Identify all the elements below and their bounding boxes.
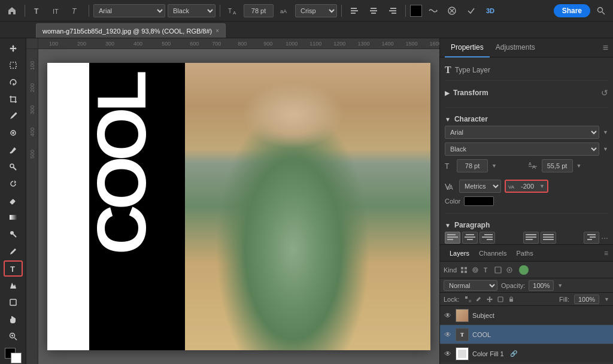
lasso-tool[interactable] xyxy=(4,74,23,90)
char-font-family-select[interactable]: Arial xyxy=(445,126,599,139)
background-color[interactable] xyxy=(11,353,22,363)
pen-tool[interactable] xyxy=(4,244,23,259)
opacity-input[interactable] xyxy=(529,280,554,291)
layer-item-color-fill[interactable]: 👁 Color Fill 1 🔗 xyxy=(440,344,613,363)
char-leading-input[interactable] xyxy=(542,159,573,172)
tab-adjustments[interactable]: Adjustments xyxy=(490,38,541,57)
filter-type-icon[interactable]: T xyxy=(482,265,491,275)
gradient-tool[interactable] xyxy=(4,210,23,225)
dodge-tool[interactable] xyxy=(4,227,23,242)
text-color-swatch[interactable] xyxy=(410,5,422,17)
panel-options-button[interactable]: ≡ xyxy=(603,43,608,53)
para-option-btn[interactable] xyxy=(584,232,599,244)
paragraph-dots[interactable]: ··· xyxy=(601,233,608,242)
font-family-select[interactable]: Arial xyxy=(93,4,165,17)
canvas-viewport[interactable]: COOL xyxy=(38,49,439,364)
layers-panel-options[interactable]: ≡ xyxy=(604,249,608,257)
lock-transparent-icon[interactable] xyxy=(464,295,472,304)
para-align-center-btn[interactable] xyxy=(462,232,478,244)
char-size-input[interactable] xyxy=(457,159,488,172)
para-align-right-btn[interactable] xyxy=(480,232,495,244)
character-arrow: ▼ xyxy=(445,116,451,123)
history-brush-tool[interactable] xyxy=(4,176,23,192)
paragraph-header[interactable]: ▼ Paragraph xyxy=(445,219,608,232)
lock-move-icon[interactable] xyxy=(485,295,494,304)
fg-bg-colors[interactable] xyxy=(4,348,23,362)
character-header[interactable]: ▼ Character xyxy=(445,113,608,126)
zoom-tool[interactable] xyxy=(4,329,23,344)
cancel-icon[interactable] xyxy=(444,2,460,19)
fill-input[interactable] xyxy=(574,295,599,304)
kerning-value-input[interactable] xyxy=(517,180,538,193)
align-left-icon[interactable] xyxy=(346,2,363,19)
para-justify-all-btn[interactable] xyxy=(541,232,556,244)
layers-tab-channels[interactable]: Channels xyxy=(474,245,511,262)
font-color-select[interactable]: Black xyxy=(168,4,216,17)
lock-paint-icon[interactable] xyxy=(475,295,483,304)
share-button[interactable]: Share xyxy=(554,4,590,17)
para-align-left-btn[interactable] xyxy=(445,232,460,244)
crop-tool[interactable] xyxy=(4,92,23,107)
tab-properties[interactable]: Properties xyxy=(445,38,490,57)
font-size-input[interactable] xyxy=(244,4,274,17)
paragraph-arrow: ▼ xyxy=(445,222,451,229)
font-size-icon[interactable]: TA xyxy=(224,2,241,19)
layer-item-cool[interactable]: 👁 T COOL xyxy=(440,325,613,344)
layer-name-color-fill: Color Fill 1 xyxy=(472,350,504,357)
lock-artboard-icon[interactable] xyxy=(496,295,505,304)
properties-panel-tabs: Properties Adjustments ≡ xyxy=(440,38,613,57)
layer-visibility-cool[interactable]: 👁 xyxy=(444,330,452,339)
svg-marker-15 xyxy=(436,10,438,12)
char-color-swatch[interactable] xyxy=(464,196,494,206)
hand-tool[interactable] xyxy=(4,311,23,327)
3d-icon[interactable]: 3D xyxy=(482,2,499,19)
paragraph-label: Paragraph xyxy=(454,221,490,229)
transform-reset-button[interactable]: ↺ xyxy=(601,88,608,98)
type-style-icon[interactable]: T xyxy=(68,2,84,19)
transform-header[interactable]: ▶ Transform ↺ xyxy=(445,86,608,100)
home-icon[interactable] xyxy=(4,2,20,19)
filter-shape-icon[interactable] xyxy=(493,265,503,275)
aa-icon[interactable]: aA xyxy=(276,2,293,19)
svg-rect-55 xyxy=(526,234,536,235)
char-font-weight-select[interactable]: Black xyxy=(445,142,599,156)
blend-mode-select[interactable]: Normal xyxy=(444,280,497,291)
filter-pixel-icon[interactable] xyxy=(459,265,469,275)
filter-smart-icon[interactable] xyxy=(505,265,514,275)
file-tab[interactable]: woman-g71b5cb85d_1920.jpg @ 93,8% (COOL,… xyxy=(36,23,226,38)
kerning-method-select[interactable]: Metrics xyxy=(459,180,501,193)
svg-line-31 xyxy=(13,234,16,237)
eyedropper-tool[interactable] xyxy=(4,108,23,124)
text-tool-icon[interactable]: T xyxy=(29,2,46,19)
transform-label: Transform xyxy=(453,89,488,97)
confirm-icon[interactable] xyxy=(463,2,480,19)
type-options-icon[interactable]: IT xyxy=(48,2,65,19)
filter-adjust-icon[interactable] xyxy=(471,265,480,275)
align-right-icon[interactable] xyxy=(384,2,401,19)
spot-healing-tool[interactable] xyxy=(4,125,23,141)
shape-tool[interactable] xyxy=(4,295,23,310)
layer-visibility-subject[interactable]: 👁 xyxy=(444,311,452,320)
warp-icon[interactable] xyxy=(424,2,441,19)
clone-stamp-tool[interactable] xyxy=(4,159,23,175)
layer-item-subject[interactable]: 👁 Subject xyxy=(440,306,613,325)
filter-toggle[interactable] xyxy=(519,265,529,275)
transform-section: ▶ Transform ↺ xyxy=(445,86,608,100)
layers-tab-paths[interactable]: Paths xyxy=(512,245,538,262)
tab-close-button[interactable]: × xyxy=(216,28,219,34)
layer-visibility-color-fill[interactable]: 👁 xyxy=(444,350,452,358)
path-selection-tool[interactable] xyxy=(4,278,23,293)
brush-tool[interactable] xyxy=(4,142,23,157)
layers-tab-layers[interactable]: Layers xyxy=(445,245,474,262)
kerning-value-container[interactable]: VA ▼ xyxy=(505,180,548,193)
search-button[interactable] xyxy=(593,2,609,19)
move-tool[interactable] xyxy=(4,41,23,56)
align-center-icon[interactable] xyxy=(365,2,382,19)
rectangular-marquee-tool[interactable] xyxy=(4,57,23,73)
lock-all-icon[interactable] xyxy=(507,295,515,304)
eraser-tool[interactable] xyxy=(4,193,23,208)
antialiasing-select[interactable]: Crisp xyxy=(295,4,337,17)
layers-tabs: Layers Channels Paths ≡ xyxy=(440,245,613,262)
type-tool[interactable]: T xyxy=(4,260,23,277)
para-justify-btn[interactable] xyxy=(523,232,539,244)
